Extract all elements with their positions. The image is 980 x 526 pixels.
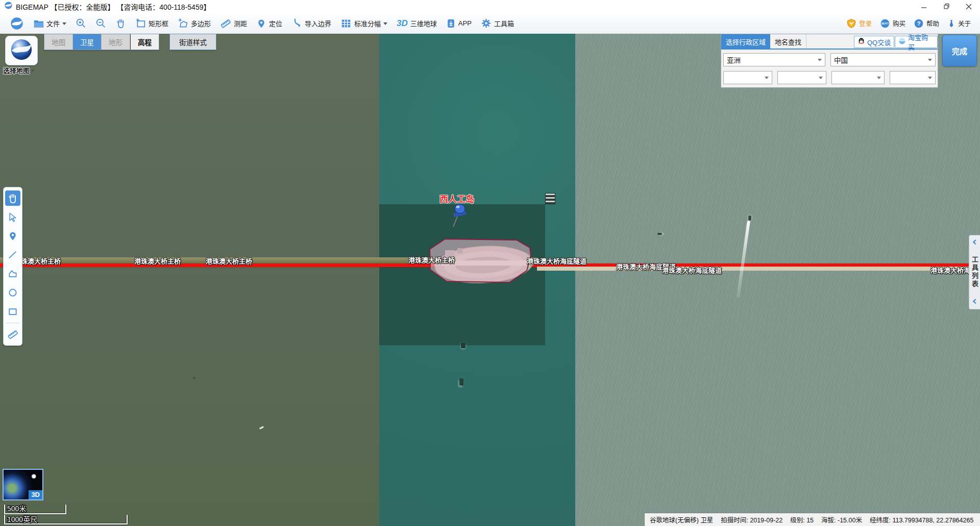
curved-arrow-icon [291, 18, 302, 29]
buy-badge-icon: BUY! [880, 18, 890, 29]
globe-3d-button[interactable]: 3D 三维地球 [397, 18, 437, 29]
draw-line-tool[interactable] [5, 247, 20, 262]
question-icon: ? [914, 18, 924, 29]
status-altitude: 海拔: -15.00米 [821, 515, 862, 524]
tab-elevation[interactable]: 高程 [130, 34, 159, 50]
app-download-icon [446, 18, 456, 29]
qq-chat-button[interactable]: QQ交谈 [854, 36, 894, 48]
draw-circle-tool[interactable] [5, 285, 20, 300]
continent-select[interactable]: 亚洲 [723, 53, 825, 66]
grid-icon [340, 18, 352, 29]
toolbox-button[interactable]: 工具箱 [481, 18, 514, 29]
gear-icon [481, 18, 492, 29]
window-title: BIGEMAP 【已授权：全能版】 【咨询电话：400-118-5459】 [16, 2, 210, 12]
title-bar: BIGEMAP 【已授权：全能版】 【咨询电话：400-118-5459】 [0, 0, 980, 13]
zoom-out-button[interactable] [95, 18, 106, 29]
city-select[interactable] [777, 71, 826, 84]
continent-value: 亚洲 [727, 55, 741, 65]
login-label: 登录 [859, 18, 872, 28]
tunnel-line [537, 267, 980, 271]
basemap-tabs: 地图 卫星 地形 高程 [44, 34, 159, 50]
buy-button[interactable]: BUY! 购买 [880, 18, 905, 29]
ruler-icon [220, 18, 231, 29]
tunnel-label: 港珠澳大桥海底隧道 [527, 256, 586, 266]
palette-divider [6, 323, 19, 323]
barge [545, 193, 555, 204]
rect-plus-icon [135, 18, 146, 29]
chevron-down-icon [765, 77, 769, 81]
locate-label: 定位 [269, 18, 282, 28]
login-shield-icon [846, 18, 856, 29]
draw-polygon-tool[interactable] [5, 266, 20, 281]
country-value: 中国 [834, 55, 848, 65]
done-button[interactable]: 完成 [942, 35, 977, 66]
polygon-button[interactable]: 多边形 [178, 18, 211, 29]
tab-satellite[interactable]: 卫星 [73, 34, 102, 50]
layer-picker-button[interactable] [5, 36, 38, 65]
pan-hand-button[interactable] [115, 18, 126, 29]
select-arrow-tool[interactable] [5, 209, 20, 225]
minimize-button[interactable] [913, 0, 935, 13]
measure-ruler-tool[interactable] [5, 327, 20, 342]
pin-icon [256, 18, 266, 29]
street-style-button[interactable]: 街道样式 [169, 34, 216, 50]
layer-picker-label[interactable]: 选择地图 [3, 65, 41, 75]
home-logo-icon[interactable] [10, 16, 24, 31]
rect-frame-button[interactable]: 矩形框 [135, 18, 168, 29]
restore-button[interactable] [935, 0, 958, 13]
map-canvas[interactable]: 港珠澳大桥主桥 港珠澳大桥主桥 港珠澳大桥主桥 港珠澳大桥主桥 港珠澳大桥海底隧… [0, 34, 980, 526]
import-boundary-button[interactable]: 导入边界 [291, 18, 331, 29]
county-select[interactable] [831, 71, 885, 84]
buy-label: 购买 [893, 18, 905, 28]
tool-list-tab[interactable]: 工具列表 [969, 235, 980, 309]
app-download-button[interactable]: APP [446, 18, 472, 29]
qq-chat-label: QQ交谈 [867, 37, 891, 47]
tab-admin-region[interactable]: 选择行政区域 [721, 34, 770, 49]
measure-label: 测距 [234, 18, 247, 28]
app-label: APP [458, 19, 472, 27]
draw-rectangle-tool[interactable] [5, 304, 20, 319]
standard-sheet-button[interactable]: 标准分幅 [340, 18, 387, 29]
about-label: 关于 [958, 18, 971, 28]
map-scale: 500米 1000英尺 [3, 501, 141, 526]
rect-frame-label: 矩形框 [149, 18, 168, 28]
polygon-plus-icon [178, 18, 188, 29]
tunnel-label: 港珠澳大桥海底隧道 [662, 265, 722, 275]
google-earth-logo-icon [10, 38, 33, 63]
tab-map[interactable]: 地图 [44, 34, 73, 50]
close-button[interactable] [958, 0, 980, 13]
scale-metric-label: 500米 [7, 505, 26, 513]
chevron-down-icon [31, 69, 35, 74]
province-select[interactable] [723, 71, 772, 84]
polygon-label: 多边形 [191, 18, 211, 28]
threed-glyph: 3D [397, 18, 408, 29]
taobao-buy-button[interactable]: 淘宝购买 [895, 36, 938, 48]
tab-terrain[interactable]: 地形 [102, 34, 130, 50]
help-button[interactable]: ? 帮助 [914, 18, 939, 29]
tab-place-search[interactable]: 地名查找 [770, 34, 806, 49]
qq-penguin-icon [857, 37, 865, 46]
layer-picker-text: 选择地图 [3, 65, 30, 75]
file-menu-button[interactable]: 文件 [33, 18, 66, 28]
measure-button[interactable]: 测距 [220, 18, 247, 29]
globe-3d-thumbnail[interactable]: 3D [3, 469, 43, 500]
place-pin-tool[interactable] [5, 228, 20, 244]
standard-sheet-label: 标准分幅 [354, 18, 381, 28]
zoom-in-button[interactable] [76, 18, 86, 29]
pan-hand-tool[interactable] [5, 190, 20, 206]
draw-tool-palette [3, 187, 22, 346]
login-button[interactable]: 登录 [846, 18, 872, 29]
country-select[interactable]: 中国 [830, 53, 936, 66]
tie-icon [947, 18, 955, 29]
chevron-down-icon [383, 22, 387, 27]
chevron-down-icon [928, 77, 932, 81]
locate-button[interactable]: 定位 [256, 18, 282, 29]
region-panel-tabs: 选择行政区域 地名查找 QQ交谈 淘宝购买 [721, 34, 938, 50]
island-polygon[interactable] [419, 228, 551, 330]
pushpin-icon[interactable] [439, 200, 475, 233]
buoy [193, 377, 195, 379]
water-band-left [0, 34, 379, 526]
bridge-label: 港珠澳大桥主桥 [206, 256, 252, 266]
town-select[interactable] [890, 71, 936, 84]
about-button[interactable]: 关于 [947, 18, 971, 29]
